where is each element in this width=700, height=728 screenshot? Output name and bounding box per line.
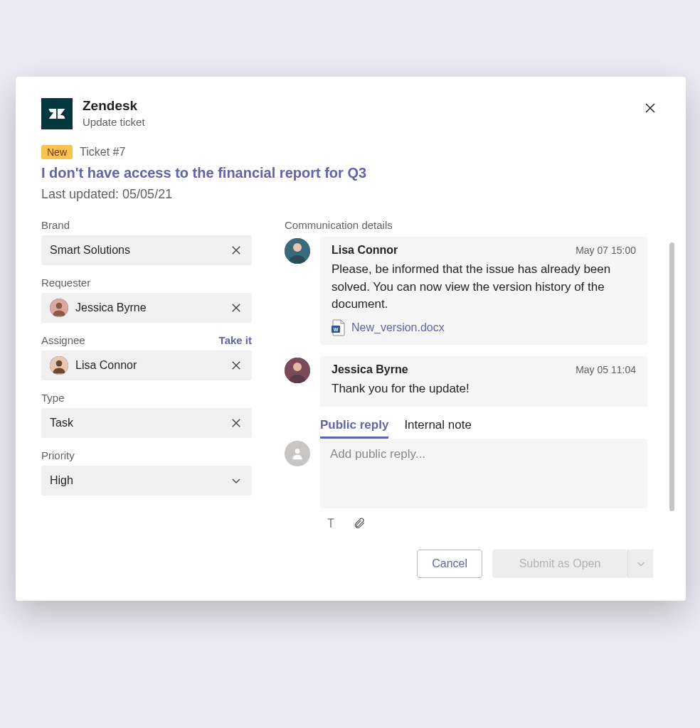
reply-toolbar [320, 515, 647, 531]
assignee-label: Assignee [41, 334, 85, 346]
avatar [285, 238, 310, 264]
zendesk-logo-icon [41, 98, 73, 129]
submit-split-button[interactable]: Submit as Open [492, 550, 653, 578]
reply-input[interactable]: Add public reply... [320, 439, 647, 508]
ticket-meta: New Ticket #7 I don't have access to the… [41, 145, 660, 202]
take-it-link[interactable]: Take it [219, 334, 252, 346]
svg-point-20 [295, 449, 300, 454]
priority-value: High [50, 474, 222, 487]
reply-tabs: Public reply Internal note [320, 418, 647, 439]
close-button[interactable] [640, 98, 660, 118]
tab-internal-note[interactable]: Internal note [404, 418, 472, 439]
assignee-value: Lisa Connor [75, 359, 222, 372]
svg-point-9 [56, 360, 63, 367]
priority-label: Priority [41, 449, 75, 461]
reply-area: Public reply Internal note Add public re… [285, 418, 647, 531]
tab-public-reply[interactable]: Public reply [320, 418, 388, 439]
message-author: Jessica Byrne [332, 363, 408, 376]
requester-label: Requester [41, 277, 90, 289]
brand-label: Brand [41, 219, 70, 231]
message-author: Lisa Connor [332, 244, 398, 257]
type-label: Type [41, 392, 65, 404]
type-field[interactable]: Task [41, 408, 252, 438]
ticket-number: Ticket #7 [80, 146, 125, 159]
message-time: May 05 11:04 [576, 364, 636, 375]
svg-point-5 [56, 303, 63, 309]
message-time: May 07 15:00 [576, 245, 636, 256]
modal-subtitle: Update ticket [83, 116, 145, 128]
brand-field[interactable]: Smart Solutions [41, 235, 252, 265]
status-badge: New [41, 145, 73, 159]
update-ticket-modal: Zendesk Update ticket New Ticket #7 I do… [16, 77, 686, 601]
assignee-avatar [50, 356, 68, 375]
clear-brand-icon[interactable] [229, 243, 243, 257]
message-body: Please, be informed that the issue has a… [332, 261, 636, 314]
chevron-down-icon [229, 473, 243, 488]
submit-button[interactable]: Submit as Open [492, 550, 627, 578]
scrollbar[interactable] [669, 242, 674, 511]
requester-field[interactable]: Jessica Byrne [41, 293, 252, 323]
brand-value: Smart Solutions [50, 244, 222, 257]
message-body: Thank you for the update! [332, 380, 636, 398]
requester-avatar [50, 299, 68, 317]
message-item: Jessica Byrne May 05 11:04 Thank you for… [285, 356, 647, 407]
modal-header: Zendesk Update ticket [41, 98, 660, 129]
requester-value: Jessica Byrne [75, 301, 222, 314]
cancel-button[interactable]: Cancel [417, 550, 482, 578]
current-user-avatar [285, 441, 310, 466]
communication-column: Communication details Lisa Connor May 07… [285, 219, 660, 578]
clear-assignee-icon[interactable] [229, 358, 243, 373]
clear-type-icon[interactable] [229, 416, 243, 430]
last-updated: Last updated: 05/05/21 [41, 187, 660, 202]
text-format-icon[interactable] [323, 515, 339, 531]
ticket-title[interactable]: I don't have access to the financial rep… [41, 165, 660, 181]
communication-title: Communication details [285, 219, 660, 231]
type-value: Task [50, 417, 222, 429]
submit-caret-button[interactable] [627, 550, 653, 578]
assignee-field[interactable]: Lisa Connor [41, 350, 252, 380]
message-card: Lisa Connor May 07 15:00 Please, be info… [320, 237, 647, 345]
svg-text:W: W [334, 327, 339, 332]
attachment-icon[interactable] [351, 515, 367, 531]
fields-column: Brand Smart Solutions Requester Jessica … [41, 219, 252, 578]
message-thread: Lisa Connor May 07 15:00 Please, be info… [285, 237, 660, 531]
avatar [285, 358, 310, 383]
modal-footer: Cancel Submit as Open [285, 550, 660, 578]
svg-point-15 [293, 243, 302, 252]
modal-title: Zendesk [83, 98, 145, 114]
priority-select[interactable]: High [41, 466, 252, 496]
message-item: Lisa Connor May 07 15:00 Please, be info… [285, 237, 647, 345]
word-doc-icon: W [332, 319, 346, 336]
attachment-link[interactable]: New_version.docx [351, 321, 445, 334]
svg-point-19 [293, 363, 302, 371]
message-card: Jessica Byrne May 05 11:04 Thank you for… [320, 356, 647, 407]
clear-requester-icon[interactable] [229, 301, 243, 315]
